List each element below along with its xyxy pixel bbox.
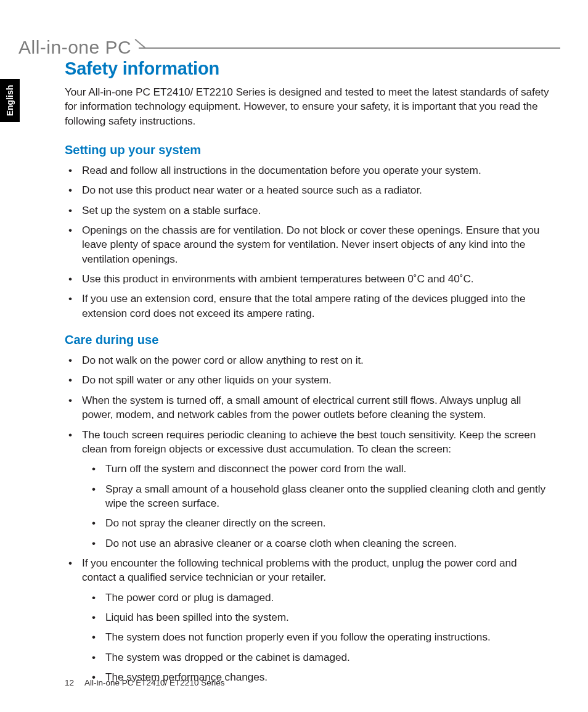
list-item: The system does not function properly ev… xyxy=(87,630,552,644)
list-item: Use this product in environments with am… xyxy=(65,272,552,286)
list-item: Openings on the chassis are for ventilat… xyxy=(65,223,552,266)
list-item: Turn off the system and disconnect the p… xyxy=(87,462,552,476)
content-area: Safety information Your All-in-one PC ET… xyxy=(65,59,552,697)
list-item: Do not spray the cleaner directly on the… xyxy=(87,516,552,530)
bullet-list: Read and follow all instructions in the … xyxy=(65,163,552,321)
list-item: The touch screen requires periodic clean… xyxy=(65,428,552,550)
bullet-sublist: The power cord or plug is damaged.Liquid… xyxy=(87,591,552,685)
bullet-sublist: Turn off the system and disconnect the p… xyxy=(87,462,552,550)
footer-series: All-in-one PC ET2410/ ET2210 Series xyxy=(84,678,224,687)
list-item: When the system is turned off, a small a… xyxy=(65,393,552,422)
list-item: The power cord or plug is damaged. xyxy=(87,591,552,605)
bullet-list: Do not walk on the power cord or allow a… xyxy=(65,353,552,684)
section-heading: Setting up your system xyxy=(65,143,552,157)
header-rule xyxy=(139,40,560,55)
list-item: Read and follow all instructions in the … xyxy=(65,163,552,178)
page-number: 12 xyxy=(65,678,74,687)
list-item: Liquid has been spilled into the system. xyxy=(87,610,552,624)
list-item: Do not walk on the power cord or allow a… xyxy=(65,353,552,367)
section-heading: Care during use xyxy=(65,333,552,347)
page-title: Safety information xyxy=(65,59,552,79)
header-title: All-in-one PC xyxy=(18,37,139,58)
list-item: If you encounter the following technical… xyxy=(65,556,552,684)
list-item: Do not spill water or any other liquids … xyxy=(65,373,552,387)
intro-paragraph: Your All-in-one PC ET2410/ ET2210 Series… xyxy=(65,85,552,128)
page-header: All-in-one PC xyxy=(18,37,560,58)
list-item: Do not use an abrasive cleaner or a coar… xyxy=(87,536,552,550)
language-tab-label: English xyxy=(5,85,15,117)
list-item: Spray a small amount of a household glas… xyxy=(87,482,552,511)
list-item: Set up the system on a stable surface. xyxy=(65,203,552,218)
list-item: The system was dropped or the cabinet is… xyxy=(87,650,552,665)
page-footer: 12 All-in-one PC ET2410/ ET2210 Series xyxy=(65,678,224,687)
list-item: Do not use this product near water or a … xyxy=(65,183,552,197)
language-tab: English xyxy=(0,79,20,122)
list-item: If you use an extension cord, ensure tha… xyxy=(65,292,552,321)
